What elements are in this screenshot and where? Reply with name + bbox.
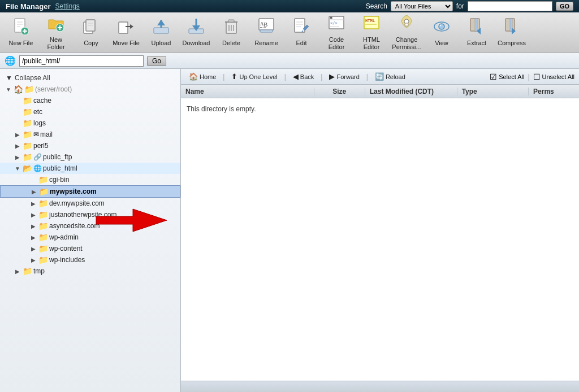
tree-item-dev-mywpsite[interactable]: ▶ 📁 dev.mywpsite.com	[0, 198, 180, 209]
wp-admin-folder-icon: 📁	[38, 233, 48, 242]
download-button[interactable]: Download	[180, 15, 213, 50]
path-bar: 🌐 Go	[0, 53, 579, 69]
svg-text:</>: </>	[330, 21, 338, 25]
extract-button[interactable]: Extract	[460, 15, 493, 50]
tree-item-root[interactable]: ▼ 🏠 📁 (server/root)	[0, 84, 180, 95]
expand-dev-mywpsite[interactable]: ▶	[29, 199, 37, 207]
extract-label: Extract	[467, 40, 486, 47]
expand-wp-admin[interactable]: ▶	[29, 233, 37, 241]
public-ftp-folder-icon: 📁	[23, 153, 32, 162]
tree-item-mywpsite[interactable]: ▶ 📁 mywpsite.com	[0, 185, 180, 198]
expand-tmp[interactable]: ▶	[14, 267, 21, 275]
expand-justanother[interactable]: ▶	[29, 211, 37, 219]
upload-button[interactable]: Upload	[145, 15, 178, 50]
tree-item-cache[interactable]: ▶ 📁 cache	[0, 95, 180, 106]
home-nav-label: Home	[200, 73, 216, 80]
copy-label: Copy	[84, 40, 98, 47]
mywpsite-folder-icon: 📁	[39, 187, 49, 196]
select-all-button[interactable]: ☑ Select All	[490, 72, 524, 81]
view-icon	[433, 18, 450, 38]
tree-item-public-ftp[interactable]: ▶ 📁 🔗 public_ftp	[0, 151, 180, 163]
collapse-all-button[interactable]: ▼ Collapse All	[0, 72, 180, 84]
tree-item-wp-content[interactable]: ▶ 📁 wp-content	[0, 243, 180, 254]
forward-button[interactable]: ▶ Forward	[326, 71, 362, 82]
search-scope-select[interactable]: All Your Files File Names Only File Cont…	[391, 1, 453, 11]
status-bar	[181, 381, 579, 392]
expand-wp-includes[interactable]: ▶	[29, 256, 37, 264]
expand-asynced[interactable]: ▶	[29, 222, 37, 230]
html-editor-label: HTML Editor	[357, 36, 386, 51]
col-size-header[interactable]: Size	[314, 88, 365, 95]
collapse-icon: ▼	[6, 74, 12, 82]
tree-item-public-html[interactable]: ▼ 📂 🌐 public_html	[0, 163, 180, 174]
new-file-button[interactable]: New File	[5, 15, 37, 50]
expand-mywpsite[interactable]: ▶	[30, 188, 38, 195]
search-input[interactable]	[468, 1, 552, 11]
new-folder-icon	[47, 14, 64, 35]
tree-item-cgi-bin[interactable]: ▶ 📁 cgi-bin	[0, 174, 180, 185]
unselect-all-button[interactable]: ☐ Unselect All	[533, 72, 574, 81]
edit-button[interactable]: Edit	[285, 15, 318, 50]
tree-item-wp-admin[interactable]: ▶ 📁 wp-admin	[0, 232, 180, 243]
mail-icon: ✉	[33, 130, 39, 138]
view-label: View	[435, 40, 448, 47]
reload-button[interactable]: 🔄 Reload	[371, 71, 409, 82]
tree-item-etc[interactable]: ▶ 📁 etc	[0, 106, 180, 117]
col-type-header[interactable]: Type	[457, 88, 529, 95]
compress-button[interactable]: Compress	[495, 15, 528, 50]
rename-icon: AB	[258, 18, 275, 38]
home-nav-button[interactable]: 🏠 Home	[185, 71, 219, 82]
search-label: Search	[366, 2, 387, 10]
tree-item-mail[interactable]: ▶ 📁 ✉ mail	[0, 129, 180, 140]
up-one-level-button[interactable]: ⬆ Up One Level	[228, 71, 280, 82]
delete-button[interactable]: Delete	[215, 15, 248, 50]
tree-label-root: (server/root)	[35, 85, 72, 93]
tree-label-tmp: tmp	[33, 267, 45, 275]
expand-wp-content[interactable]: ▶	[29, 245, 37, 252]
logs-folder-icon: 📁	[23, 119, 32, 128]
tree-label-mywpsite: mywpsite.com	[50, 188, 97, 195]
settings-link[interactable]: Settings	[55, 2, 79, 10]
path-input[interactable]	[19, 55, 144, 67]
tree-label-wp-includes: wp-includes	[49, 256, 85, 264]
tree-label-justanother: justanotherwpsite.com	[49, 211, 116, 219]
tree-item-perl5[interactable]: ▶ 📁 perl5	[0, 140, 180, 151]
expand-perl5[interactable]: ▶	[14, 142, 21, 150]
svg-rect-34	[260, 30, 273, 32]
tree-label-logs: logs	[33, 119, 46, 127]
html-editor-button[interactable]: HTML HTML Editor	[355, 11, 388, 54]
delete-icon	[223, 18, 240, 38]
copy-button[interactable]: Copy	[75, 15, 107, 50]
wp-content-folder-icon: 📁	[38, 244, 48, 253]
col-perms-header[interactable]: Perms	[529, 88, 579, 95]
file-list: Name Size Last Modified (CDT) Type Perms…	[181, 85, 579, 381]
rename-button[interactable]: AB Rename	[250, 15, 283, 50]
move-file-button[interactable]: Move File	[110, 15, 142, 50]
expand-public-ftp[interactable]: ▶	[14, 153, 21, 161]
tree-item-logs[interactable]: ▶ 📁 logs	[0, 117, 180, 129]
tree-label-cache: cache	[33, 97, 51, 104]
svg-rect-17	[154, 28, 168, 33]
expand-public-html[interactable]: ▼	[14, 164, 21, 172]
search-go-button[interactable]: GO	[556, 2, 573, 11]
new-folder-button[interactable]: New Folder	[40, 11, 72, 54]
col-name-header[interactable]: Name	[181, 88, 314, 95]
code-editor-button[interactable]: ■</> Code Editor	[320, 11, 353, 54]
col-modified-header[interactable]: Last Modified (CDT)	[365, 88, 457, 95]
compress-icon	[503, 18, 520, 38]
tree-item-tmp[interactable]: ▶ 📁 tmp	[0, 265, 180, 277]
back-button[interactable]: ◀ Back	[290, 71, 317, 82]
change-permissions-button[interactable]: Change Permissi...	[390, 11, 423, 54]
svg-rect-14	[119, 22, 128, 33]
tree-item-wp-includes[interactable]: ▶ 📁 wp-includes	[0, 254, 180, 265]
tree-item-justanother[interactable]: ▶ 📁 justanotherwpsite.com	[0, 209, 180, 220]
tree-label-wp-content: wp-content	[49, 245, 83, 252]
tree-item-asynced[interactable]: ▶ 📁 asyncedsite.com	[0, 220, 180, 232]
view-button[interactable]: View	[425, 15, 458, 50]
expand-root[interactable]: ▼	[5, 85, 12, 93]
wp-includes-folder-icon: 📁	[38, 255, 48, 264]
path-go-button[interactable]: Go	[147, 56, 166, 66]
edit-label: Edit	[296, 40, 307, 47]
app-title: File Manager	[6, 2, 50, 11]
expand-mail[interactable]: ▶	[14, 130, 21, 138]
